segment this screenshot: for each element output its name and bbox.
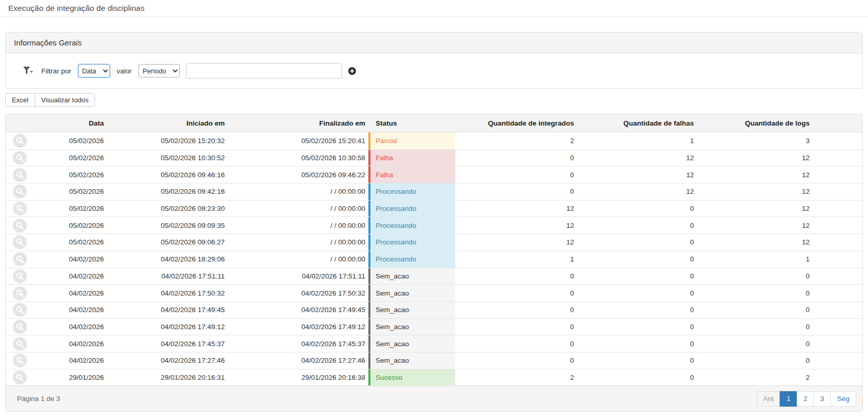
header-logs: Quantidade de logs (694, 119, 810, 127)
cell-logs: 12 (694, 150, 810, 166)
cell-falhas: 0 (574, 268, 694, 285)
row-detail-button[interactable] (13, 134, 27, 148)
cell-falhas: 0 (574, 319, 694, 335)
pagination-button-3[interactable]: 3 (813, 391, 831, 407)
table-row: 04/02/2026 04/02/2026 18:29:06 / / 00:00… (6, 251, 862, 268)
row-detail-button[interactable] (13, 269, 27, 283)
cell-iniciado: 04/02/2026 17:49:45 (104, 302, 225, 318)
table-row: 04/02/2026 04/02/2026 17:50:32 04/02/202… (6, 284, 862, 301)
row-detail-button[interactable] (13, 353, 27, 367)
table-row: 04/02/2026 04/02/2026 17:49:12 04/02/202… (6, 318, 862, 335)
filter-icon[interactable] (23, 67, 34, 75)
pagination-button-seg[interactable]: Seg (830, 391, 856, 407)
pagination-button-ant[interactable]: Ant (756, 391, 780, 407)
cell-logs: 3 (694, 132, 810, 149)
cell-data: 05/02/2026 (33, 234, 104, 251)
cell-integrados: 12 (455, 217, 574, 234)
cell-iniciado: 05/02/2026 15:20:32 (104, 132, 225, 149)
cell-finalizado: 04/02/2026 17:49:12 (225, 319, 365, 335)
magnifier-icon (13, 184, 27, 198)
header-iniciado: Iniciado em (104, 119, 225, 127)
header-data: Data (33, 119, 104, 127)
cell-finalizado: / / 00:00:00 (225, 183, 365, 200)
header-integrados: Quantidade de integrados (455, 119, 574, 127)
table-row: 04/02/2026 04/02/2026 17:49:45 04/02/202… (6, 301, 862, 318)
cell-logs: 1 (694, 251, 810, 268)
row-detail-button[interactable] (13, 252, 27, 266)
excel-button[interactable]: Excel (5, 93, 35, 107)
cell-iniciado: 05/02/2026 09:46:16 (104, 166, 225, 183)
table-header-row: Data Iniciado em Finalizado em Status Qu… (6, 114, 862, 132)
cell-falhas: 0 (574, 335, 694, 352)
view-all-button[interactable]: Visualizar todos (35, 93, 96, 107)
cell-falhas: 0 (574, 352, 694, 369)
cell-falhas: 0 (574, 251, 694, 268)
filter-value-input[interactable] (186, 63, 342, 79)
cell-integrados: 12 (455, 234, 574, 251)
cell-falhas: 0 (574, 369, 694, 386)
cell-integrados: 2 (455, 132, 574, 149)
row-detail-button[interactable] (13, 286, 27, 300)
add-filter-button[interactable] (348, 67, 356, 75)
status-badge: Processando (368, 217, 455, 234)
row-detail-button[interactable] (13, 184, 27, 198)
general-info-panel: Informações Gerais Filtrar por Data valo… (5, 32, 863, 89)
cell-falhas: 12 (574, 150, 694, 166)
cell-data: 29/01/2026 (33, 369, 104, 386)
cell-falhas: 0 (574, 302, 694, 318)
page-header: Execução de integração de disciplinas (0, 0, 868, 17)
magnifier-icon (13, 286, 27, 300)
cell-data: 05/02/2026 (33, 217, 104, 234)
cell-finalizado: 05/02/2026 15:20:41 (225, 132, 365, 149)
pagination-button-2[interactable]: 2 (797, 391, 814, 407)
table-row: 05/02/2026 05/02/2026 15:20:32 05/02/202… (6, 132, 862, 149)
cell-integrados: 0 (455, 302, 574, 318)
cell-finalizado: 04/02/2026 17:45:37 (225, 335, 365, 352)
row-detail-button[interactable] (13, 219, 27, 233)
row-detail-button[interactable] (13, 370, 27, 384)
status-badge: Sem_acao (368, 335, 455, 352)
cell-logs: 12 (694, 217, 810, 234)
cell-data: 05/02/2026 (33, 132, 104, 149)
pagination-button-1[interactable]: 1 (780, 391, 797, 407)
row-detail-button[interactable] (13, 168, 27, 182)
row-detail-button[interactable] (13, 320, 27, 334)
value-label: valor (117, 67, 132, 75)
cell-data: 04/02/2026 (33, 335, 104, 352)
toolbar: Excel Visualizar todos (5, 93, 863, 107)
cell-iniciado: 04/02/2026 17:50:32 (104, 285, 225, 301)
magnifier-icon (13, 168, 27, 182)
status-badge: Sem_acao (368, 352, 455, 369)
row-detail-button[interactable] (13, 202, 27, 215)
table-row: 04/02/2026 04/02/2026 17:45:37 04/02/202… (6, 335, 862, 352)
table-footer: Página 1 de 3 Ant123Seg (6, 385, 862, 411)
cell-finalizado: / / 00:00:00 (225, 217, 365, 234)
filter-field-select[interactable]: Data (78, 64, 110, 78)
cell-logs: 12 (694, 200, 810, 217)
header-falhas: Quantidade de falhas (574, 119, 694, 127)
row-detail-button[interactable] (13, 235, 27, 249)
filter-operator-select[interactable]: Período (138, 64, 180, 78)
cell-integrados: 0 (455, 352, 574, 369)
table-row: 29/01/2026 29/01/2026 20:16:31 29/01/202… (6, 369, 862, 386)
row-detail-button[interactable] (13, 303, 27, 317)
cell-integrados: 1 (455, 251, 574, 268)
cell-iniciado: 05/02/2026 09:09:35 (104, 217, 225, 234)
cell-iniciado: 05/02/2026 09:06:27 (104, 234, 225, 251)
magnifier-icon (13, 269, 27, 283)
cell-falhas: 1 (574, 132, 694, 149)
table-row: 05/02/2026 05/02/2026 10:30:52 05/02/202… (6, 149, 862, 166)
table-row: 05/02/2026 05/02/2026 09:46:16 05/02/202… (6, 166, 862, 183)
table-body: 05/02/2026 05/02/2026 15:20:32 05/02/202… (6, 132, 862, 385)
page-title: Execução de integração de disciplinas (8, 4, 145, 13)
cell-data: 05/02/2026 (33, 200, 104, 217)
cell-logs: 12 (694, 183, 810, 200)
magnifier-icon (13, 353, 27, 367)
table-row: 05/02/2026 05/02/2026 09:42:16 / / 00:00… (6, 183, 862, 200)
cell-integrados: 0 (455, 166, 574, 183)
row-detail-button[interactable] (13, 337, 27, 351)
cell-integrados: 2 (455, 369, 574, 386)
cell-data: 04/02/2026 (33, 302, 104, 318)
cell-integrados: 12 (455, 200, 574, 217)
row-detail-button[interactable] (13, 151, 27, 165)
